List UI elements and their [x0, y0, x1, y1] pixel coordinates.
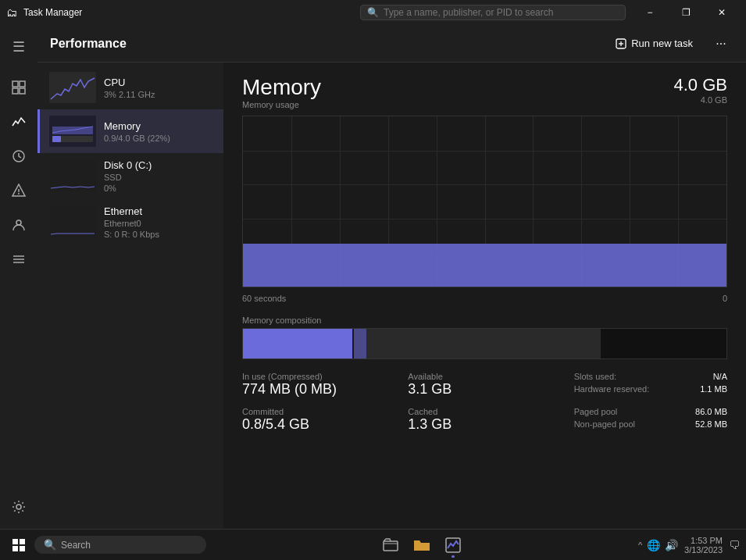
- taskbar-search-icon: 🔍: [44, 539, 56, 551]
- main-content: CPU 3% 2.11 GHz Memory 0.9/4.0 GB (22: [37, 62, 746, 529]
- svg-rect-19: [12, 546, 18, 551]
- ethernet-name: Ethernet: [104, 205, 214, 217]
- sidebar-icon-details[interactable]: [3, 244, 34, 275]
- sidebar-icon-history[interactable]: [3, 141, 34, 172]
- stat-committed-label: Committed: [242, 407, 395, 416]
- stat-cached-value: 1.3 GB: [408, 416, 561, 433]
- maximize-button[interactable]: ❐: [668, 0, 704, 25]
- minimize-button[interactable]: −: [632, 0, 668, 25]
- memory-detail: 0.9/4.0 GB (22%): [104, 134, 214, 143]
- taskbar-search-box[interactable]: 🔍 Search: [34, 536, 206, 554]
- taskbar-apps: [209, 531, 635, 559]
- stat-hw-label: Hardware reserved:: [574, 384, 650, 394]
- taskbar-task-manager[interactable]: [439, 531, 467, 559]
- stat-slots-label: Slots used:: [574, 372, 616, 381]
- stat-slots-row: Slots used: N/A: [574, 372, 727, 381]
- ethernet-info: Ethernet Ethernet0 S: 0 R: 0 Kbps: [104, 205, 214, 239]
- start-button[interactable]: [6, 533, 31, 558]
- stat-nonpaged-value: 52.8 MB: [695, 419, 727, 429]
- graph-time-right: 0: [723, 294, 727, 303]
- sidebar-icon-menu[interactable]: ☰: [3, 31, 34, 62]
- detail-title-block: Memory Memory usage: [242, 75, 321, 112]
- device-item-ethernet[interactable]: Ethernet Ethernet0 S: 0 R: 0 Kbps: [37, 199, 223, 245]
- stat-nonpaged-label: Non-paged pool: [574, 419, 635, 429]
- disk-name: Disk 0 (C:): [104, 159, 214, 171]
- stats-row2: Committed 0.8/5.4 GB Cached 1.3 GB Paged…: [242, 407, 727, 433]
- taskbar-network-icon[interactable]: 🌐: [647, 539, 660, 551]
- stat-available: Available 3.1 GB: [408, 372, 561, 398]
- comp-standby: [366, 329, 601, 358]
- memory-usage-max: 4.0 GB: [674, 95, 727, 105]
- comp-free: [601, 329, 726, 358]
- disk-detail1: SSD: [104, 173, 214, 182]
- taskbar-file-explorer[interactable]: [377, 531, 405, 559]
- stat-paged-label: Paged pool: [574, 407, 618, 416]
- stat-slots-value: N/A: [713, 372, 727, 381]
- sidebar-icon-services[interactable]: [3, 491, 34, 523]
- titlebar-search-input[interactable]: [384, 7, 619, 18]
- close-button[interactable]: ✕: [704, 0, 740, 25]
- detail-header: Memory Memory usage 4.0 GB 4.0 GB: [242, 75, 727, 112]
- device-item-disk[interactable]: Disk 0 (C:) SSD 0%: [37, 153, 223, 199]
- comp-inuse: [243, 329, 352, 358]
- graph-time-left: 60 seconds: [242, 294, 286, 303]
- run-new-task-button[interactable]: Run new task: [609, 34, 699, 52]
- device-item-cpu[interactable]: CPU 3% 2.11 GHz: [37, 66, 223, 109]
- memory-thumb-bar: [52, 136, 93, 142]
- stat-slots-hardware: Slots used: N/A Hardware reserved: 1.1 M…: [574, 372, 727, 398]
- device-list: CPU 3% 2.11 GHz Memory 0.9/4.0 GB (22: [37, 62, 223, 529]
- comp-modified: [354, 329, 366, 358]
- sidebar-icons: ☰: [0, 25, 37, 529]
- taskbar-chevron-icon[interactable]: ^: [638, 540, 642, 550]
- header-actions: Run new task ···: [609, 31, 734, 56]
- svg-point-7: [18, 193, 20, 194]
- sidebar-icon-performance[interactable]: [3, 106, 34, 137]
- taskbar-time-block[interactable]: 1:53 PM 3/13/2023: [684, 536, 723, 555]
- svg-rect-18: [20, 539, 25, 544]
- stat-available-value: 3.1 GB: [408, 381, 561, 398]
- taskbar-volume-icon[interactable]: 🔊: [665, 539, 678, 551]
- stat-paged-value: 86.0 MB: [695, 407, 727, 416]
- memory-thumb-fill: [52, 136, 61, 142]
- stat-paged-row: Paged pool 86.0 MB: [574, 407, 727, 416]
- app-icon: 🗂: [6, 6, 17, 19]
- svg-point-8: [16, 220, 21, 225]
- svg-rect-3: [20, 88, 25, 94]
- taskbar-folder[interactable]: [408, 531, 436, 559]
- disk-info: Disk 0 (C:) SSD 0%: [104, 159, 214, 193]
- stat-inuse-value: 774 MB (0 MB): [242, 381, 395, 398]
- memory-name: Memory: [104, 120, 214, 132]
- sidebar-icon-processes[interactable]: [3, 72, 34, 103]
- stat-hw-row: Hardware reserved: 1.1 MB: [574, 384, 727, 394]
- taskbar-time: 1:53 PM: [684, 536, 723, 545]
- sidebar-icon-users[interactable]: [3, 209, 34, 241]
- ethernet-detail2: S: 0 R: 0 Kbps: [104, 230, 214, 239]
- memory-graph: [242, 116, 727, 287]
- device-item-memory[interactable]: Memory 0.9/4.0 GB (22%): [37, 109, 223, 153]
- memory-thumbnail: [49, 116, 96, 147]
- svg-rect-21: [384, 541, 398, 551]
- run-new-task-label: Run new task: [631, 37, 693, 49]
- titlebar: 🗂 Task Manager 🔍 − ❐ ✕: [0, 0, 746, 25]
- titlebar-search[interactable]: 🔍: [360, 5, 626, 20]
- composition-bar: [242, 328, 727, 359]
- taskbar: 🔍 Search ^ 🌐 🔊 1:53 PM 3/13/2023 🗨: [0, 529, 746, 560]
- cpu-name: CPU: [104, 77, 214, 88]
- stat-cached: Cached 1.3 GB: [408, 407, 561, 433]
- stat-inuse-label: In use (Compressed): [242, 372, 395, 381]
- svg-rect-0: [12, 81, 18, 87]
- disk-detail2: 0%: [104, 184, 214, 193]
- more-button[interactable]: ···: [709, 31, 734, 56]
- ethernet-thumbnail: [49, 207, 96, 238]
- app-title: Task Manager: [23, 7, 354, 18]
- stat-cached-label: Cached: [408, 407, 561, 416]
- memory-total: 4.0 GB: [674, 75, 727, 95]
- titlebar-controls: − ❐ ✕: [632, 0, 740, 25]
- taskbar-notification-icon[interactable]: 🗨: [729, 539, 740, 551]
- svg-rect-2: [12, 88, 18, 94]
- stat-committed: Committed 0.8/5.4 GB: [242, 407, 395, 433]
- graph-time-labels: 60 seconds 0: [242, 294, 727, 303]
- sidebar-icon-startup[interactable]: [3, 175, 34, 206]
- detail-size-block: 4.0 GB 4.0 GB: [674, 75, 727, 105]
- ethernet-detail1: Ethernet0: [104, 219, 214, 228]
